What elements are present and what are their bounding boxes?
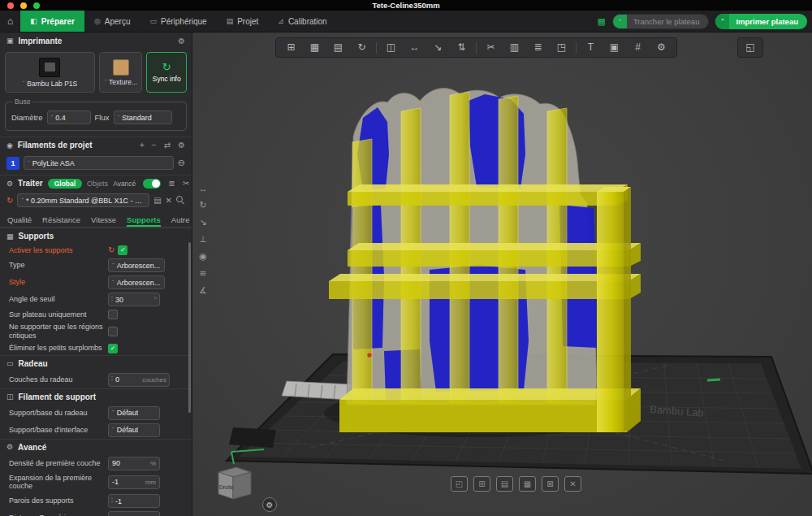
raft-layers-spinner[interactable]: ˆˇ 0 couches [108, 373, 170, 387]
minimize-window-button[interactable] [20, 2, 27, 9]
plate-add-icon[interactable]: ⊞ [473, 476, 490, 492]
scale-tool-icon[interactable]: ↘ [195, 217, 211, 228]
reset-preset-icon[interactable]: ↻ [6, 197, 13, 205]
scene-3d[interactable]: Bambu Lab [192, 33, 812, 516]
spinner-arrows[interactable]: ˆˇ [111, 498, 113, 505]
filament-settings-gear-icon[interactable]: ⚙ [178, 141, 185, 150]
sidebar-scrollbar[interactable] [188, 242, 191, 413]
slice-dropdown-arrow[interactable]: ˇ [613, 15, 627, 28]
flow-select[interactable]: ˇ Standard [114, 111, 172, 124]
sync-info-button[interactable]: ↻ Sync info [146, 52, 187, 93]
measure-tool-icon[interactable]: ∡ [195, 285, 211, 296]
advanced-mode-toggle[interactable] [143, 179, 161, 189]
view-settings-button[interactable]: ⚙ [262, 497, 277, 512]
process-preset-select[interactable]: ˇ * 0.20mm Standard @BBL X1C - Sunl… [17, 193, 149, 207]
spinner-arrows[interactable]: ˆˇ [111, 297, 113, 303]
filament-select[interactable]: ˇ PolyLite ASA [24, 156, 174, 170]
save-preset-icon[interactable]: ▤ [153, 197, 161, 205]
nav-cube-right-face[interactable] [233, 472, 251, 499]
tab-speed[interactable]: Vitesse [91, 215, 116, 227]
nozzle-diameter-select[interactable]: ˇ 0.4 [47, 111, 91, 124]
mirror-icon[interactable]: ◫ [379, 38, 403, 57]
tab-strength[interactable]: Résistance [42, 215, 80, 227]
enable-supports-checkbox[interactable]: ✓ [118, 245, 127, 255]
paint-support-tool-icon[interactable]: ◉ [195, 251, 211, 262]
titlebar[interactable]: Tete-Celine350mm [0, 0, 812, 11]
layers-icon[interactable]: ⇅ [450, 38, 473, 57]
add-plate-icon[interactable]: ▦ [303, 38, 326, 57]
plate-label-icon[interactable]: ⊠ [542, 476, 559, 492]
reset-icon[interactable]: ↻ [108, 246, 114, 254]
auto-orient-icon[interactable]: ↻ [350, 38, 374, 57]
mesh-boolean-icon[interactable]: # [626, 38, 650, 57]
support-type-select[interactable]: ˇ Arborescen... [108, 258, 165, 272]
setting-row-support-type: Type ˇ Arborescen... [0, 257, 192, 274]
tool-settings-icon[interactable]: ⚙ [650, 38, 673, 57]
support-interface-filament-select[interactable]: ˇ Défaut [108, 423, 160, 437]
lay-flat-tool-icon[interactable]: ⊥ [195, 234, 211, 245]
plate-arrange-icon[interactable]: ▤ [496, 476, 513, 492]
compare-presets-icon[interactable]: ✂ [183, 179, 189, 188]
first-layer-density-input[interactable]: 90 % [108, 457, 160, 470]
settings-list-icon[interactable]: ≣ [168, 179, 175, 188]
top-z-distance-input[interactable]: 0,2 mm [108, 511, 160, 516]
text-tool-icon[interactable]: T [579, 38, 603, 57]
plate-list-icon[interactable]: ▦ [598, 16, 606, 27]
tab-project[interactable]: ▤ Projet [217, 11, 269, 32]
search-settings-icon[interactable] [176, 196, 185, 205]
tab-calibration[interactable]: ⊿ Calibration [268, 11, 336, 32]
scale-icon[interactable]: ↘ [426, 38, 450, 57]
threshold-angle-spinner[interactable]: ˆˇ 30 ° [108, 293, 160, 306]
nav-cube[interactable]: Droite [212, 461, 254, 506]
scope-global-pill[interactable]: Global [48, 179, 82, 189]
slice-plate-button[interactable]: ˇ Trancher le plateau [612, 14, 710, 29]
print-plate-button[interactable]: ˇ Imprimer plateau [715, 14, 807, 29]
seam-tool-icon[interactable]: ≋ [195, 268, 211, 279]
tab-supports[interactable]: Supports [127, 215, 161, 227]
remove-small-overhangs-checkbox[interactable]: ✓ [108, 344, 118, 353]
plate-type-card[interactable]: ˇTexture... [99, 52, 143, 93]
tab-other[interactable]: Autre [171, 215, 190, 227]
variable-layer-height-icon[interactable]: ◳ [550, 38, 573, 57]
tab-quality[interactable]: Qualité [7, 215, 32, 227]
remove-filament-circle-icon[interactable]: ⊖ [178, 158, 185, 168]
add-object-icon[interactable]: ⊞ [279, 38, 303, 57]
move-icon[interactable]: ↔ [403, 38, 426, 57]
tab-preview[interactable]: ◎ Aperçu [84, 11, 140, 32]
on-build-plate-label: Sur plateau uniquement [9, 310, 108, 319]
printer-card[interactable]: ˇBambu Lab P1S [5, 52, 95, 93]
add-filament-icon[interactable]: + [140, 141, 145, 150]
plate-lock-icon[interactable]: ◰ [451, 476, 468, 492]
setting-row-enable-supports: Activer les supports ↻ ✓ [0, 244, 192, 257]
split-parts-icon[interactable]: ≣ [526, 38, 550, 57]
print-dropdown-arrow[interactable]: ˇ [715, 14, 729, 29]
tab-device[interactable]: ▭ Périphérique [140, 11, 216, 32]
plate-grid-icon[interactable]: ▦ [519, 476, 536, 492]
fullscreen-window-button[interactable] [33, 2, 40, 9]
auto-arrange-icon[interactable]: ▤ [326, 38, 350, 57]
scope-objects-label[interactable]: Objets [87, 180, 108, 188]
cut-icon[interactable]: ✂ [479, 38, 503, 57]
spinner-arrows[interactable]: ˆˇ [111, 376, 113, 383]
support-base-filament-select[interactable]: ˇ Défaut [108, 406, 160, 420]
assembly-view-icon[interactable]: ◱ [741, 38, 759, 57]
support-walls-spinner[interactable]: ˆˇ -1 [108, 494, 160, 508]
remove-filament-icon[interactable]: − [152, 141, 157, 150]
plate-delete-icon[interactable]: ✕ [564, 476, 581, 492]
shape-gallery-icon[interactable]: ▣ [603, 38, 626, 57]
viewport-3d[interactable]: Bambu Lab [192, 33, 812, 516]
support-filament-subsection-title: Filament de support [19, 392, 97, 401]
first-layer-expansion-input[interactable]: -1 mm [108, 475, 160, 489]
swap-filament-icon[interactable]: ⇄ [164, 141, 171, 150]
on-build-plate-checkbox[interactable] [108, 310, 118, 319]
printer-settings-gear-icon[interactable]: ⚙ [178, 37, 185, 46]
rotate-tool-icon[interactable]: ↻ [195, 200, 211, 210]
close-window-button[interactable] [7, 2, 14, 9]
support-style-select[interactable]: ˇ Arborescen... [108, 275, 165, 289]
delete-preset-icon[interactable]: ✕ [166, 197, 172, 205]
home-button[interactable]: ⌂ [0, 11, 20, 32]
critical-regions-checkbox[interactable] [108, 327, 118, 336]
move-tool-icon[interactable]: ↔ [195, 184, 211, 193]
tab-prepare[interactable]: ◧ Préparer [20, 11, 84, 32]
split-objects-icon[interactable]: ▥ [503, 38, 526, 57]
